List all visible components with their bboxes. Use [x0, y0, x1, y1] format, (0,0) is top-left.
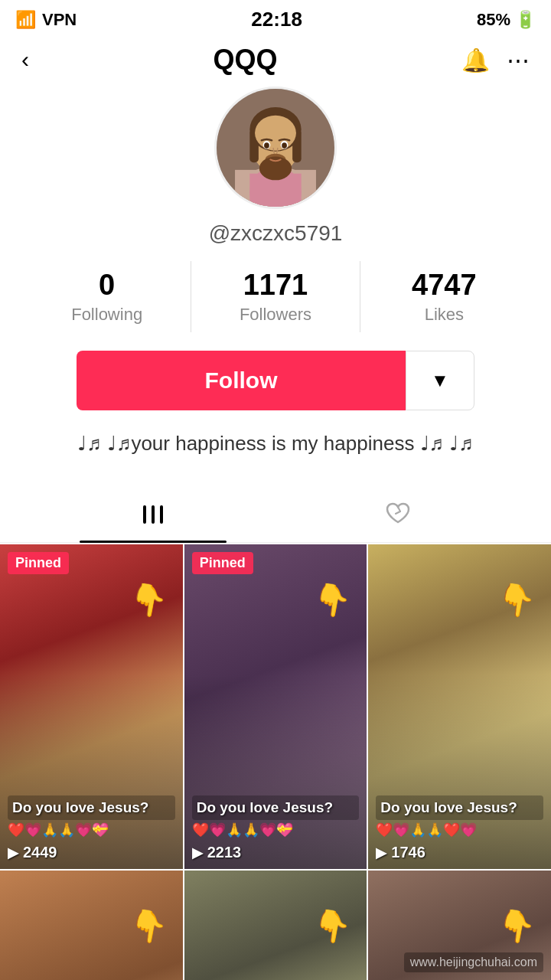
hand-sticker: 👇 [494, 580, 538, 622]
svg-point-16 [259, 157, 292, 181]
view-count: ▶1746 [376, 844, 425, 861]
header-icons: 🔔 ⋯ [461, 47, 530, 74]
play-icon: ▶ [192, 844, 203, 861]
video-overlay: Do you love Jesus?❤️💗🙏🙏💗💝 [0, 795, 183, 839]
video-overlay: Do you love Jesus?❤️💗🙏🙏💗💝 [184, 795, 367, 839]
heart-broken-icon [385, 501, 411, 530]
following-label: Following [71, 305, 142, 325]
followers-label: Followers [240, 305, 311, 325]
status-left: 📶 VPN [15, 10, 77, 30]
svg-point-10 [255, 116, 296, 151]
svg-line-20 [398, 507, 400, 511]
bell-icon: 🔔 [461, 47, 490, 73]
page-title: QQQ [213, 44, 277, 76]
video-gradient-overlay [184, 675, 367, 870]
likes-label: Likes [425, 305, 464, 325]
more-options-button[interactable]: ⋯ [507, 47, 530, 74]
hand-sticker: 👇 [311, 906, 354, 948]
status-bar: 📶 VPN 22:18 85% 🔋 [0, 0, 551, 36]
video-emoji: ❤️💗🙏🙏💗💝 [192, 822, 360, 838]
bio-text: ♩♬ ♩♬your happiness is my happiness ♩♬ ♩… [62, 429, 489, 459]
svg-rect-17 [143, 505, 146, 524]
video-cell-2[interactable]: Pinned👇Do you love Jesus?❤️💗🙏🙏💗💝▶2213 [184, 544, 367, 869]
likes-stat[interactable]: 4747 Likes [360, 261, 528, 332]
header: ‹ QQQ 🔔 ⋯ [0, 36, 551, 87]
view-number: 1746 [391, 844, 425, 861]
hand-sticker: 👇 [494, 906, 538, 948]
tab-liked[interactable] [276, 489, 520, 542]
video-cell-5[interactable]: 👇Do you love Jesus?❤️💗🙏🙏❤️💗▶1071 [184, 871, 367, 980]
pinned-badge: Pinned [192, 552, 253, 574]
play-icon: ▶ [376, 844, 386, 861]
video-overlay: Do you love Jesus?❤️💗🙏🙏❤️💗 [368, 795, 551, 839]
hand-sticker: 👇 [126, 580, 170, 622]
view-count: ▶2449 [8, 844, 57, 861]
likes-count: 4747 [412, 269, 477, 302]
battery-percent: 85% [477, 10, 510, 30]
hand-sticker: 👇 [311, 580, 354, 622]
play-icon: ▶ [8, 844, 18, 861]
svg-line-21 [396, 511, 400, 514]
svg-point-13 [264, 142, 269, 149]
view-number: 2213 [207, 844, 242, 861]
video-cell-6[interactable]: 👇Do you love Jesus?❤️💗🙏🙏❤️💗▶1929 [368, 871, 551, 980]
hand-sticker: 👇 [126, 906, 170, 948]
avatar [214, 87, 337, 209]
username: @zxczxc5791 [209, 221, 343, 246]
wifi-icon: 📶 [15, 10, 36, 30]
video-gradient-overlay [368, 675, 551, 870]
status-time: 22:18 [251, 8, 302, 31]
video-caption: Do you love Jesus? [192, 795, 360, 821]
follow-dropdown-button[interactable]: ▼ [406, 351, 474, 410]
tab-videos[interactable] [31, 489, 276, 542]
video-gradient-overlay [0, 675, 183, 870]
following-count: 0 [99, 269, 115, 302]
view-count: ▶2213 [192, 844, 242, 861]
video-caption: Do you love Jesus? [8, 795, 175, 821]
vpn-badge: VPN [42, 10, 77, 30]
video-cell-1[interactable]: Pinned👇Do you love Jesus?❤️💗🙏🙏💗💝▶2449 [0, 544, 183, 869]
action-row: Follow ▼ [77, 351, 474, 410]
video-cell-3[interactable]: 👇Do you love Jesus?❤️💗🙏🙏❤️💗▶1746 [368, 544, 551, 869]
profile-section: @zxczxc5791 0 Following 1171 Followers 4… [0, 87, 551, 474]
svg-point-14 [282, 142, 287, 149]
video-cell-4[interactable]: 👇Do you love Jesus?❤️💗🙏🙏❤️💗▶1271 [0, 871, 183, 980]
grid-icon [142, 503, 165, 529]
followers-count: 1171 [243, 269, 308, 302]
pinned-badge: Pinned [8, 552, 69, 574]
notification-bell-button[interactable]: 🔔 [461, 47, 490, 74]
status-right: 85% 🔋 [477, 10, 536, 30]
stats-row: 0 Following 1171 Followers 4747 Likes [23, 261, 528, 332]
svg-rect-18 [152, 505, 155, 524]
back-button[interactable]: ‹ [21, 47, 29, 73]
view-number: 2449 [23, 844, 57, 861]
follow-button[interactable]: Follow [77, 351, 406, 410]
video-grid: Pinned👇Do you love Jesus?❤️💗🙏🙏💗💝▶2449Pin… [0, 544, 551, 980]
svg-rect-19 [160, 505, 163, 524]
chevron-down-icon: ▼ [431, 370, 449, 391]
tab-bar [0, 489, 551, 543]
video-emoji: ❤️💗🙏🙏💗💝 [8, 822, 175, 838]
video-emoji: ❤️💗🙏🙏❤️💗 [376, 822, 543, 838]
following-stat[interactable]: 0 Following [23, 261, 191, 332]
followers-stat[interactable]: 1171 Followers [191, 261, 360, 332]
avatar-image [217, 89, 334, 207]
battery-icon: 🔋 [515, 10, 536, 30]
video-caption: Do you love Jesus? [376, 795, 543, 821]
